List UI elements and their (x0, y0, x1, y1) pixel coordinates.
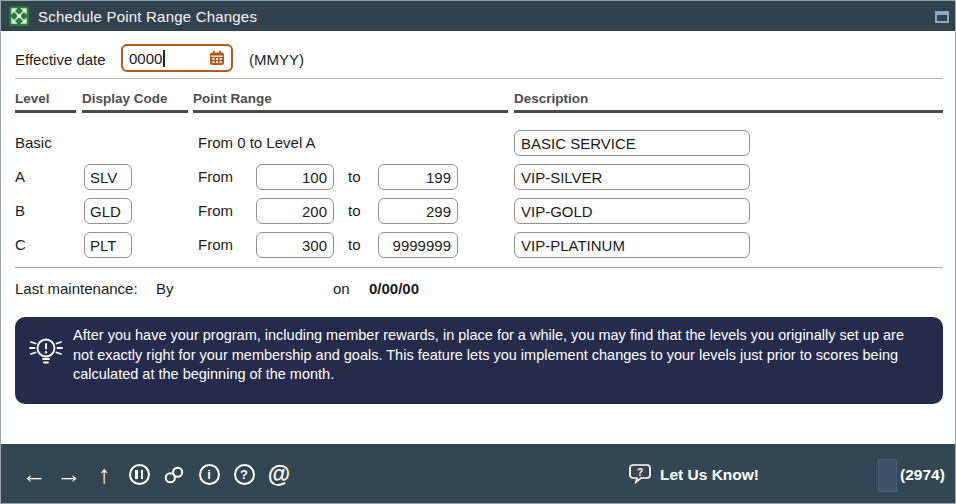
last-maintenance-label: Last maintenance: (15, 280, 138, 297)
level-label: Basic (15, 130, 52, 156)
at-sign-icon[interactable]: @ (268, 464, 290, 486)
command-key-input[interactable] (878, 459, 897, 492)
back-arrow-icon[interactable]: ← (23, 464, 45, 486)
effective-date-label: Effective date (15, 51, 106, 68)
up-arrow-icon[interactable]: ↑ (93, 464, 115, 486)
col-header-description: Description (514, 91, 588, 106)
level-label: B (15, 198, 25, 224)
point-to-input[interactable] (378, 198, 458, 224)
table-row-basic: Basic From 0 to Level A (1, 130, 956, 156)
help-icon[interactable]: ? (233, 464, 255, 486)
to-label: to (348, 198, 361, 224)
effective-date-value: 0000 (129, 50, 162, 67)
from-label: From (198, 232, 233, 258)
tip-info-box: After you have your program, including m… (15, 317, 943, 404)
svg-text:?: ? (637, 466, 643, 477)
forward-arrow-icon[interactable]: → (58, 464, 80, 486)
info-icon[interactable]: i (198, 464, 220, 486)
divider (15, 267, 943, 268)
app-logo-icon (9, 6, 29, 26)
col-header-point-range: Point Range (193, 91, 272, 106)
window-restore-icon[interactable] (935, 11, 949, 23)
pause-icon[interactable] (128, 464, 150, 486)
tip-text: After you have your program, including m… (73, 326, 915, 385)
basic-range-text: From 0 to Level A (198, 130, 316, 156)
col-rule (514, 110, 943, 113)
maintenance-date-value: 0/00/00 (369, 280, 419, 297)
col-rule (193, 110, 508, 113)
let-us-know-button[interactable]: ? Let Us Know! (629, 444, 759, 504)
bottom-toolbar: ← → ↑ i ? @ (1, 444, 956, 504)
table-row-b: B From to (1, 198, 956, 224)
level-label: A (15, 164, 25, 190)
table-row-c: C From to (1, 232, 956, 258)
title-bar: Schedule Point Range Changes (1, 1, 956, 31)
date-format-hint: (MMYY) (249, 51, 304, 68)
col-header-display-code: Display Code (82, 91, 168, 106)
from-label: From (198, 198, 233, 224)
description-input[interactable] (514, 232, 750, 258)
calendar-icon[interactable] (209, 50, 225, 66)
nav-icon-group: ← → ↑ i ? @ (23, 444, 290, 504)
point-from-input[interactable] (256, 232, 334, 258)
display-code-input[interactable] (84, 164, 132, 190)
display-code-input[interactable] (84, 198, 132, 224)
maintenance-on-label: on (333, 280, 350, 297)
session-number: (2974) (900, 444, 945, 504)
effective-date-input[interactable]: 0000 (121, 44, 233, 72)
col-rule (15, 110, 76, 113)
to-label: to (348, 164, 361, 190)
col-rule (82, 110, 188, 113)
description-input[interactable] (514, 164, 750, 190)
point-from-input[interactable] (256, 198, 334, 224)
lightbulb-icon (29, 332, 63, 370)
last-maintenance-row: Last maintenance: By on 0/00/00 (1, 280, 956, 298)
point-from-input[interactable] (256, 164, 334, 190)
speech-bubble-question-icon: ? (629, 462, 653, 488)
window-title: Schedule Point Range Changes (38, 8, 257, 25)
description-input[interactable] (514, 198, 750, 224)
link-icon[interactable] (163, 464, 185, 486)
description-input[interactable] (514, 130, 750, 156)
to-label: to (348, 232, 361, 258)
point-to-input[interactable] (378, 164, 458, 190)
text-caret (163, 50, 165, 67)
col-header-level: Level (15, 91, 50, 106)
point-to-input[interactable] (378, 232, 458, 258)
from-label: From (198, 164, 233, 190)
schedule-point-range-window: Schedule Point Range Changes Effective d… (0, 0, 956, 504)
let-us-know-label: Let Us Know! (660, 466, 759, 484)
maintenance-by-label: By (156, 280, 174, 297)
level-label: C (15, 232, 26, 258)
table-row-a: A From to (1, 164, 956, 190)
divider (15, 78, 943, 79)
display-code-input[interactable] (84, 232, 132, 258)
